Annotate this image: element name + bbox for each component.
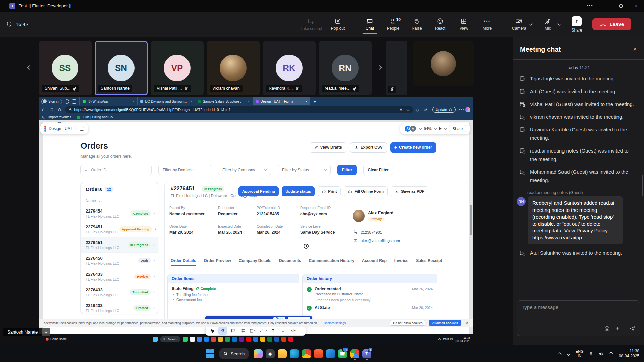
hand-tool-icon[interactable] (218, 327, 227, 335)
new-tab-button[interactable]: + (314, 99, 316, 104)
fill-online-form-button[interactable]: Fill Online Form (344, 186, 388, 196)
order-row[interactable]: 2216433 TL Flex Holdings LLC Created › (81, 300, 158, 314)
tray-expand-icon[interactable] (558, 352, 561, 356)
order-row[interactable]: 2279451 TL Flex Holdings LLC Approval Pe… (81, 221, 158, 237)
import-favorites-link[interactable]: Import favorites (48, 115, 71, 119)
taskbar-app-icon[interactable] (252, 347, 264, 360)
chevron-down-icon[interactable] (75, 127, 77, 129)
collaborator-avatar[interactable]: A (409, 125, 417, 132)
order-row[interactable]: 2276433 TL Flex Holdings LLC Submitted › (81, 284, 158, 300)
figma-share-button[interactable]: Share (449, 125, 466, 132)
shared-app-icon[interactable] (218, 337, 223, 342)
layout-icon[interactable] (80, 127, 84, 131)
order-row[interactable]: 2276450 TL Flex Holdings LLC Draft › (81, 253, 158, 268)
tiles-prev-button[interactable] (25, 64, 33, 71)
start-button[interactable] (204, 347, 216, 360)
filter-domicile-dropdown[interactable]: Filter by Domicile (158, 165, 211, 175)
cookie-settings-link[interactable]: Cookies settings (324, 321, 346, 325)
taskbar-app-icon[interactable] (324, 347, 336, 360)
allow-cookies-button[interactable]: Allow all cookies (429, 320, 461, 326)
clear-filter-button[interactable]: Clear Filter (363, 165, 393, 175)
browser-menu-icon[interactable]: ••• (459, 108, 465, 112)
people-button[interactable]: 10 People (385, 18, 401, 31)
update-status-button[interactable]: Update status (282, 186, 315, 196)
shared-app-icon[interactable] (197, 337, 202, 342)
update-button[interactable]: Update (432, 107, 456, 113)
window-more-button[interactable]: ••• (582, 0, 598, 12)
move-tool-icon[interactable] (208, 327, 217, 335)
shared-app-icon[interactable] (211, 337, 216, 342)
shared-app-icon[interactable] (260, 337, 265, 342)
filter-button[interactable]: Filter (337, 165, 357, 175)
participant-tile-partial[interactable] (386, 41, 407, 95)
chevron-down-icon[interactable] (419, 127, 421, 129)
taskbar-clock[interactable]: 11:38 08-04-2025 (619, 349, 639, 359)
shared-app-icon[interactable] (232, 337, 237, 342)
taskbar-app-icon[interactable] (348, 347, 361, 360)
attach-plus-icon[interactable]: + (615, 325, 619, 332)
emoji-icon[interactable] (604, 326, 610, 332)
sort-down-icon[interactable] (98, 199, 102, 203)
comment-tool-icon[interactable] (228, 327, 237, 335)
maximize-button[interactable] (613, 0, 629, 12)
contact-email[interactable]: alex@vstatefilings.com (361, 239, 400, 243)
deny-cookies-button[interactable]: Do not allow cookies (390, 320, 425, 326)
home-icon[interactable] (55, 108, 64, 112)
shared-app-icon[interactable] (288, 337, 293, 342)
export-csv-button[interactable]: Export CSV (350, 142, 387, 153)
favorites-bar-icon[interactable] (421, 108, 430, 112)
mic-button[interactable]: Mic (540, 18, 555, 31)
detail-tab[interactable]: Invoice (394, 255, 408, 266)
tray-chevron-icon[interactable] (438, 338, 441, 341)
component-tool-icon[interactable] (279, 327, 287, 335)
language-indicator[interactable]: ENG IN (576, 349, 584, 358)
shared-app-icon[interactable] (190, 337, 195, 342)
read-aloud-icon[interactable]: A (400, 108, 402, 112)
create-new-order-button[interactable]: + Create new order (390, 142, 436, 153)
zoom-level[interactable]: 94% (424, 127, 432, 131)
bills-bookmark-link[interactable]: Bills | Billing and Co... (83, 115, 116, 119)
shared-app-icon[interactable] (253, 337, 258, 342)
participant-tile[interactable]: SN Santosh Narate (95, 41, 148, 95)
approval-pending-button[interactable]: Approval Pending (238, 186, 279, 196)
favorite-star-icon[interactable] (406, 108, 410, 112)
send-icon[interactable] (629, 325, 636, 332)
shared-app-icon[interactable] (225, 337, 230, 342)
order-row[interactable]: 2276451 TL Flex Holdings LLC In Progress… (81, 237, 158, 253)
frame-tool-icon[interactable] (238, 327, 247, 335)
taskbar-search[interactable]: Search (219, 348, 249, 359)
shared-app-icon[interactable] (274, 337, 279, 342)
detail-tab[interactable]: Account Rep (362, 255, 387, 266)
participant-tile[interactable]: SS Shivani Sup... (39, 41, 92, 95)
taskbar-app-icon[interactable] (312, 347, 324, 360)
browser-tab[interactable]: DC Divisions and Surroundings × (137, 97, 195, 105)
text-tool-icon[interactable]: T (269, 327, 277, 335)
view-button[interactable]: View (456, 18, 471, 31)
tab-close-icon[interactable]: × (132, 99, 134, 103)
chat-message-bubble[interactable]: Redberyl and Santosh added read.ai meeti… (528, 196, 623, 244)
more-button[interactable]: ••• More (479, 18, 495, 31)
mic-options-chevron[interactable] (558, 22, 561, 25)
onedrive-icon[interactable] (608, 352, 614, 356)
participant-tile[interactable]: VP Vishal Patil ... (151, 41, 204, 95)
tray-mic-icon[interactable] (566, 351, 571, 356)
taskbar-app-icon[interactable] (288, 347, 300, 360)
share-button[interactable]: Share (569, 16, 584, 33)
shared-start-icon[interactable] (153, 337, 158, 342)
figma-doc-chip[interactable]: Design - UAT (40, 123, 88, 134)
figma-scrollbar[interactable] (470, 205, 472, 235)
volume-icon[interactable] (598, 351, 604, 356)
browser-tab[interactable]: Sample Salary Structure with calc × (195, 97, 253, 105)
raise-hand-button[interactable]: Raise (409, 18, 424, 31)
pop-out-button[interactable]: Pop out (330, 18, 345, 31)
shared-app-icon[interactable] (204, 337, 209, 342)
order-id-search-input[interactable]: Order ID (80, 165, 152, 175)
react-button[interactable]: React (432, 18, 448, 31)
order-row[interactable]: 2279454 TL Flex Holdings LLC Complete › (81, 205, 158, 221)
print-button[interactable]: Print (318, 186, 341, 196)
wifi-icon[interactable] (588, 351, 594, 356)
chat-scrollbar[interactable] (642, 175, 643, 196)
contact-phone[interactable]: 2123874901 (361, 230, 382, 234)
chat-close-icon[interactable]: × (633, 46, 637, 53)
camera-button[interactable]: Camera (511, 18, 527, 31)
